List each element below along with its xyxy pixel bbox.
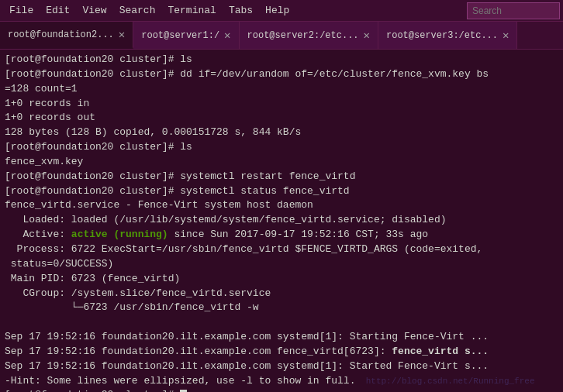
- search-area: [467, 2, 560, 19]
- line-21: -Hint: Some lines were ellipsized, use -…: [5, 374, 558, 389]
- tab-server3[interactable]: root@server3:/etc... ✕: [378, 22, 517, 49]
- line-9: [root@foundation20 cluster]# systemctl s…: [5, 184, 558, 199]
- line-8: [root@foundation20 cluster]# systemctl r…: [5, 170, 558, 184]
- line-18: Sep 17 19:52:16 foundation20.ilt.example…: [5, 330, 558, 345]
- tabbar: root@foundation2... ✕ root@server1:/ ✕ r…: [0, 22, 563, 50]
- line-1: [root@foundation20 cluster]# ls: [5, 53, 558, 67]
- line-15: Main PID: 6723 (fence_virtd): [5, 272, 558, 287]
- line-blank: [5, 315, 558, 330]
- line-6: [root@foundation20 cluster]# ls: [5, 140, 558, 155]
- line-5: 128 bytes (128 B) copied, 0.000151728 s,…: [5, 126, 558, 140]
- line-20: Sep 17 19:52:16 foundation20.ilt.example…: [5, 359, 558, 374]
- line-11: Loaded: loaded (/usr/lib/systemd/system/…: [5, 213, 558, 228]
- line-10: fence_virtd.service - Fence-Virt system …: [5, 198, 558, 213]
- tab-label-1: root@foundation2...: [8, 29, 114, 40]
- bold-text-19: fence_virtd s...: [392, 346, 489, 357]
- terminal[interactable]: [root@foundation20 cluster]# ls [root@fo…: [0, 50, 563, 392]
- line-22: [root@foundation20 cluster]#: [5, 388, 558, 392]
- line-16: CGroup: /system.slice/fence_virtd.servic…: [5, 287, 558, 301]
- tab-label-2: root@server1:/: [141, 30, 219, 41]
- tab-label-4: root@server3:/etc...: [386, 30, 498, 41]
- menu-search[interactable]: Search: [113, 3, 162, 18]
- menu-view[interactable]: View: [76, 3, 112, 18]
- line-7: fence_xvm.key: [5, 155, 558, 170]
- line-4: 1+0 records out: [5, 111, 558, 126]
- tab-label-3: root@server2:/etc...: [247, 30, 359, 41]
- line-14: status=0/SUCCESS): [5, 257, 558, 272]
- tab-close-3[interactable]: ✕: [364, 30, 370, 41]
- line-2: [root@foundation20 cluster]# dd if=/dev/…: [5, 67, 558, 82]
- search-input[interactable]: [467, 2, 560, 19]
- menu-tabs[interactable]: Tabs: [223, 3, 259, 18]
- menu-terminal[interactable]: Terminal: [161, 3, 222, 18]
- menu-file[interactable]: File: [3, 3, 40, 18]
- line-13: Process: 6722 ExecStart=/usr/sbin/fence_…: [5, 242, 558, 257]
- line-17: └─6723 /usr/sbin/fence_virtd -w: [5, 301, 558, 315]
- watermark: http://blog.csdn.net/Running_free: [355, 377, 534, 386]
- line-3: 1+0 records in: [5, 97, 558, 112]
- menu-help[interactable]: Help: [259, 3, 295, 18]
- tab-server1[interactable]: root@server1:/ ✕: [133, 22, 239, 49]
- tab-close-1[interactable]: ✕: [119, 29, 125, 40]
- line-12: Active: active (running) since Sun 2017-…: [5, 228, 558, 242]
- tab-close-4[interactable]: ✕: [503, 30, 509, 41]
- status-active: active (running): [71, 229, 168, 240]
- tab-foundation2[interactable]: root@foundation2... ✕: [0, 22, 133, 49]
- line-2b: =128 count=1: [5, 82, 558, 97]
- line-19: Sep 17 19:52:16 foundation20.ilt.example…: [5, 345, 558, 359]
- menu-edit[interactable]: Edit: [40, 3, 76, 18]
- tab-close-2[interactable]: ✕: [224, 30, 230, 41]
- tab-server2[interactable]: root@server2:/etc... ✕: [240, 22, 378, 49]
- menubar: File Edit View Search Terminal Tabs Help: [0, 0, 563, 22]
